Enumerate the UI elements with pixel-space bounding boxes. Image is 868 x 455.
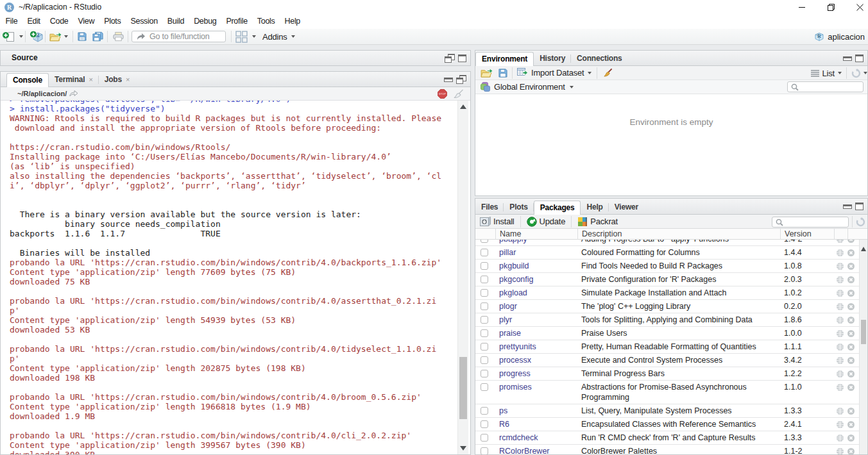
package-website-globe-icon[interactable] (837, 384, 844, 391)
package-remove-icon[interactable] (847, 357, 855, 364)
save-all-button[interactable] (92, 29, 103, 44)
package-name-link[interactable]: RColorBrewer (499, 447, 550, 454)
package-name-link[interactable]: pkgconfig (499, 275, 534, 284)
package-name-link[interactable]: ps (499, 406, 507, 415)
menu-debug[interactable]: Debug (189, 14, 221, 29)
package-website-globe-icon[interactable] (837, 434, 844, 442)
package-remove-icon[interactable] (847, 343, 855, 351)
clear-console-broom-icon[interactable] (453, 89, 464, 99)
package-checkbox[interactable] (481, 302, 488, 310)
pane-layout-dropdown[interactable] (251, 29, 256, 44)
console-scrollbar-thumb[interactable] (459, 357, 467, 419)
package-website-globe-icon[interactable] (837, 276, 844, 283)
packrat-button[interactable]: Packrat (590, 217, 618, 226)
package-website-globe-icon[interactable] (837, 343, 844, 351)
scroll-up-icon[interactable] (860, 247, 867, 251)
menu-build[interactable]: Build (162, 14, 189, 29)
package-checkbox[interactable] (481, 434, 488, 442)
package-checkbox[interactable] (481, 383, 488, 391)
source-maximize-icon[interactable] (458, 54, 466, 62)
package-checkbox[interactable] (481, 276, 488, 283)
packages-minimize-icon[interactable] (843, 204, 852, 209)
packages-tab-files[interactable]: Files (475, 201, 504, 214)
column-header-version[interactable]: Version (780, 229, 834, 240)
package-name-link[interactable]: plyr (499, 315, 512, 324)
package-remove-icon[interactable] (847, 384, 855, 391)
goto-directory-icon[interactable] (69, 90, 78, 97)
package-name-link[interactable]: pkgload (499, 288, 527, 297)
menu-code[interactable]: Code (45, 14, 73, 29)
package-website-globe-icon[interactable] (837, 249, 844, 256)
package-website-globe-icon[interactable] (837, 263, 844, 270)
package-remove-icon[interactable] (847, 263, 855, 270)
package-remove-icon[interactable] (847, 330, 855, 337)
package-checkbox[interactable] (481, 249, 488, 256)
package-website-globe-icon[interactable] (837, 408, 844, 415)
package-name-link[interactable]: progress (499, 369, 531, 378)
pane-layout-button[interactable] (235, 29, 248, 44)
package-remove-icon[interactable] (847, 421, 855, 428)
environment-search-input[interactable] (787, 81, 864, 92)
window-restore-button[interactable] (817, 0, 846, 14)
source-restore-icon[interactable] (445, 54, 455, 63)
tab-close-icon[interactable]: × (126, 73, 130, 87)
package-name-link[interactable]: rcmdcheck (499, 433, 538, 442)
package-website-globe-icon[interactable] (837, 317, 844, 324)
package-website-globe-icon[interactable] (837, 448, 844, 454)
package-checkbox[interactable] (481, 240, 488, 243)
package-website-globe-icon[interactable] (837, 370, 844, 377)
clear-environment-broom-icon[interactable] (602, 68, 613, 78)
package-remove-icon[interactable] (847, 434, 855, 442)
new-file-button[interactable] (0, 29, 17, 44)
menu-view[interactable]: View (73, 14, 99, 29)
tab-close-icon[interactable]: × (89, 73, 92, 87)
window-minimize-button[interactable] (788, 0, 817, 14)
package-name-link[interactable]: R6 (499, 420, 509, 429)
refresh-icon[interactable] (856, 217, 865, 227)
package-website-globe-icon[interactable] (837, 290, 844, 297)
environment-scope-selector[interactable]: Global Environment (494, 82, 565, 92)
packages-tab-packages[interactable]: Packages (534, 201, 581, 215)
packages-scrollbar[interactable] (859, 240, 867, 454)
console-scrollbar[interactable] (457, 101, 468, 454)
package-checkbox[interactable] (481, 316, 488, 324)
package-remove-icon[interactable] (847, 408, 855, 415)
package-name-link[interactable]: processx (499, 356, 531, 365)
addins-button[interactable]: Addins (262, 32, 287, 42)
environment-maximize-icon[interactable] (855, 54, 864, 62)
open-file-dropdown[interactable] (62, 29, 69, 44)
package-name-link[interactable]: pkgbuild (499, 261, 529, 270)
install-button[interactable]: Install (493, 217, 515, 226)
console-restore-icon[interactable] (456, 75, 466, 84)
window-close-button[interactable] (846, 0, 868, 14)
environment-tab-connections[interactable]: Connections (571, 52, 627, 65)
package-website-globe-icon[interactable] (837, 303, 844, 310)
scroll-up-icon[interactable] (458, 104, 468, 109)
package-website-globe-icon[interactable] (837, 330, 844, 337)
package-name-link[interactable]: promises (499, 383, 532, 392)
package-checkbox[interactable] (481, 420, 488, 428)
package-checkbox[interactable] (481, 289, 488, 297)
goto-file-search[interactable]: Go to file/function (132, 31, 226, 42)
refresh-icon[interactable] (851, 69, 861, 78)
package-website-globe-icon[interactable] (837, 421, 844, 428)
package-remove-icon[interactable] (847, 276, 855, 283)
package-name-link[interactable]: prettyunits (499, 342, 536, 351)
package-checkbox[interactable] (481, 262, 488, 270)
menu-tools[interactable]: Tools (252, 14, 280, 29)
console-tab-terminal[interactable]: Terminal× (49, 73, 99, 87)
menu-plots[interactable]: Plots (99, 14, 126, 29)
package-remove-icon[interactable] (847, 448, 855, 454)
package-website-globe-icon[interactable] (837, 357, 844, 364)
package-checkbox[interactable] (481, 447, 488, 454)
environment-tab-environment[interactable]: Environment (475, 52, 534, 66)
console-tab-console[interactable]: Console (6, 73, 49, 87)
list-view-button[interactable]: List (822, 69, 835, 78)
packages-scrollbar-thumb[interactable] (861, 320, 866, 344)
console-tab-jobs[interactable]: Jobs× (99, 73, 135, 87)
package-name-link[interactable]: pbapply (499, 240, 527, 244)
import-dataset-button[interactable]: Import Dataset (531, 68, 584, 78)
project-selector[interactable]: R aplicacion (814, 29, 865, 44)
packages-maximize-icon[interactable] (855, 203, 864, 210)
packages-tab-viewer[interactable]: Viewer (609, 201, 644, 214)
